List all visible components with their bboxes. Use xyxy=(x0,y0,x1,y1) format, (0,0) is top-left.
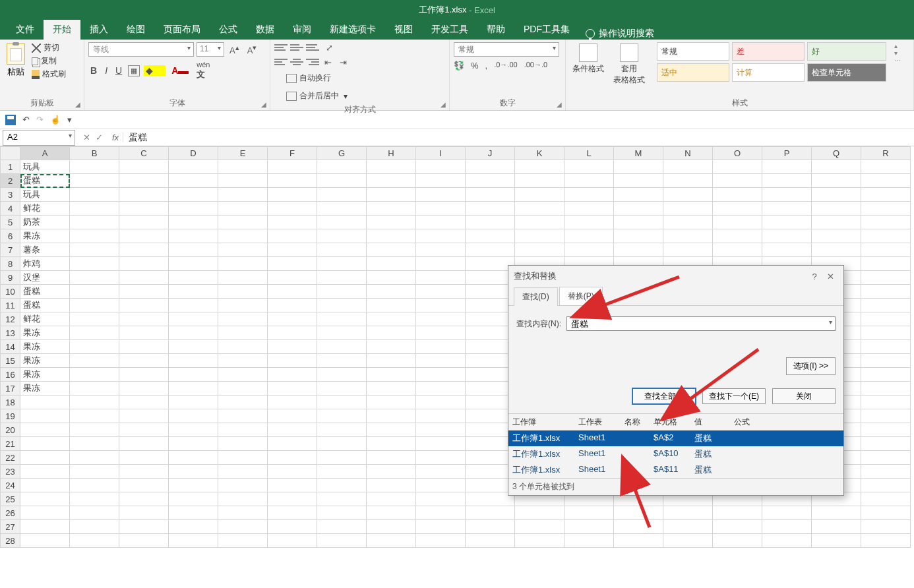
cell[interactable] xyxy=(861,174,911,188)
row-header[interactable]: 10 xyxy=(1,285,20,299)
cell[interactable] xyxy=(268,354,317,368)
cell[interactable] xyxy=(218,368,268,382)
cell[interactable] xyxy=(169,423,218,437)
fx-button[interactable]: fx xyxy=(108,132,123,142)
cell[interactable] xyxy=(861,409,911,423)
cell[interactable] xyxy=(762,160,812,174)
cell[interactable] xyxy=(812,229,861,243)
cell[interactable]: 蛋糕 xyxy=(20,174,70,188)
cell[interactable] xyxy=(861,492,911,506)
cell[interactable] xyxy=(861,160,911,174)
cell[interactable] xyxy=(861,271,911,285)
cell[interactable] xyxy=(762,520,812,534)
cell[interactable] xyxy=(169,312,218,326)
cell[interactable] xyxy=(317,340,367,354)
cell[interactable] xyxy=(317,465,367,479)
cancel-entry-button[interactable]: ✕ xyxy=(83,132,90,142)
cell[interactable] xyxy=(416,354,466,368)
cell[interactable] xyxy=(564,160,614,174)
find-input[interactable]: 蛋糕 xyxy=(566,316,836,331)
cell[interactable] xyxy=(70,409,119,423)
cell[interactable] xyxy=(169,285,218,299)
cell[interactable] xyxy=(663,506,713,520)
cell[interactable] xyxy=(119,188,169,202)
column-header[interactable]: J xyxy=(466,147,515,160)
cell[interactable] xyxy=(367,492,416,506)
border-button[interactable]: ▦ xyxy=(128,65,140,76)
cell[interactable] xyxy=(218,520,268,534)
cell[interactable] xyxy=(317,174,367,188)
cell[interactable] xyxy=(169,534,218,548)
style-cell[interactable]: 检查单元格 xyxy=(807,63,886,82)
cell[interactable] xyxy=(218,160,268,174)
cell[interactable] xyxy=(367,437,416,451)
cell[interactable] xyxy=(268,368,317,382)
cell[interactable] xyxy=(762,229,812,243)
find-all-button[interactable]: 查找全部(I) xyxy=(632,388,696,404)
cell[interactable] xyxy=(861,340,911,354)
cell[interactable] xyxy=(317,382,367,396)
cell[interactable] xyxy=(317,312,367,326)
tab-insert[interactable]: 插入 xyxy=(80,20,117,40)
cell[interactable] xyxy=(367,160,416,174)
tab-dev[interactable]: 开发工具 xyxy=(422,20,477,40)
row-header[interactable]: 3 xyxy=(1,188,20,202)
cell[interactable] xyxy=(614,160,663,174)
inc-decimal-button[interactable]: .0→.00 xyxy=(494,61,517,71)
cell[interactable] xyxy=(169,465,218,479)
cell[interactable] xyxy=(515,506,564,520)
cell[interactable] xyxy=(466,174,515,188)
dialog-tab-find[interactable]: 查找(D) xyxy=(514,287,558,306)
cell[interactable] xyxy=(268,188,317,202)
cell[interactable] xyxy=(317,354,367,368)
cell[interactable] xyxy=(268,492,317,506)
cell[interactable] xyxy=(317,271,367,285)
cell[interactable] xyxy=(515,243,564,257)
touch-mode-button[interactable]: ☝ xyxy=(50,115,61,125)
cell[interactable] xyxy=(268,423,317,437)
cell[interactable] xyxy=(70,312,119,326)
cell[interactable] xyxy=(416,506,466,520)
cell[interactable] xyxy=(762,174,812,188)
cell[interactable] xyxy=(20,506,70,520)
cell[interactable] xyxy=(416,437,466,451)
cell[interactable] xyxy=(317,299,367,312)
cell[interactable] xyxy=(20,451,70,465)
cell[interactable] xyxy=(317,492,367,506)
cell[interactable] xyxy=(416,382,466,396)
cell[interactable] xyxy=(218,423,268,437)
cell[interactable] xyxy=(861,243,911,257)
cell[interactable] xyxy=(20,396,70,409)
cell[interactable] xyxy=(515,174,564,188)
column-header[interactable]: F xyxy=(268,147,317,160)
cut-button[interactable]: 剪切 xyxy=(32,42,66,53)
cell[interactable] xyxy=(367,340,416,354)
cell[interactable] xyxy=(317,451,367,465)
wrap-text-button[interactable]: 自动换行 xyxy=(284,71,350,85)
cell[interactable] xyxy=(663,534,713,548)
cell[interactable] xyxy=(614,174,663,188)
cell[interactable] xyxy=(367,271,416,285)
cell[interactable] xyxy=(70,492,119,506)
column-header[interactable]: D xyxy=(169,147,218,160)
paste-button[interactable]: 粘贴 xyxy=(4,42,28,79)
row-header[interactable]: 9 xyxy=(1,271,20,285)
cell[interactable] xyxy=(367,216,416,229)
tab-pdf[interactable]: PDF工具集 xyxy=(514,20,579,40)
cell[interactable] xyxy=(367,285,416,299)
cell[interactable] xyxy=(70,451,119,465)
cell[interactable] xyxy=(70,202,119,216)
cell[interactable] xyxy=(119,271,169,285)
cell[interactable] xyxy=(218,534,268,548)
row-header[interactable]: 16 xyxy=(1,368,20,382)
column-header[interactable]: H xyxy=(367,147,416,160)
tab-review[interactable]: 审阅 xyxy=(284,20,320,40)
cell[interactable] xyxy=(466,188,515,202)
cell[interactable] xyxy=(515,188,564,202)
cell[interactable] xyxy=(416,534,466,548)
cell[interactable] xyxy=(119,423,169,437)
cell[interactable] xyxy=(169,299,218,312)
cell[interactable] xyxy=(218,243,268,257)
cell[interactable] xyxy=(416,271,466,285)
column-header[interactable]: B xyxy=(70,147,119,160)
